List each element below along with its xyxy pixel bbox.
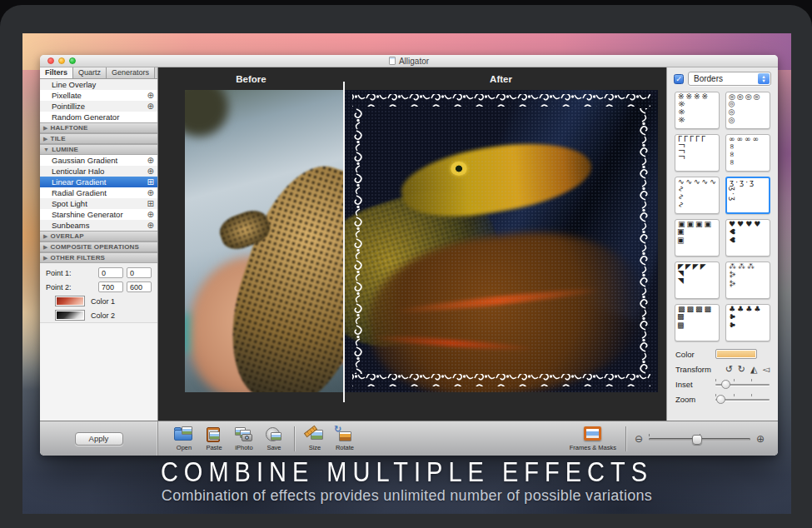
filter-row-gaussian-gradient[interactable]: Gaussian Gradient⊕ bbox=[40, 155, 157, 166]
border-thumb-leafy-vine[interactable]: ♣♣♣♣♣♣ bbox=[725, 304, 770, 341]
bottom-toolbar: Apply Open Paste iPhoto Save bbox=[40, 421, 778, 456]
caption-subtitle: Combination of effects provides unlimite… bbox=[22, 487, 791, 505]
point1-y-input[interactable] bbox=[127, 267, 152, 278]
rotate-right-icon[interactable]: ↻ bbox=[738, 364, 745, 375]
filter-row-sunbeams[interactable]: Sunbeams⊕ bbox=[40, 220, 157, 231]
tab-generators[interactable]: Generators bbox=[107, 67, 155, 78]
canvas-zoom-slider[interactable] bbox=[649, 433, 750, 445]
position-icon[interactable]: ⊕ bbox=[147, 222, 154, 230]
before-image bbox=[185, 90, 344, 392]
borders-dropdown[interactable]: Borders ▲▼ bbox=[688, 72, 771, 86]
group-halftone[interactable]: ▶HALFTONE bbox=[40, 122, 157, 133]
position-icon[interactable]: ⊕ bbox=[147, 92, 154, 100]
point2-y-input[interactable] bbox=[127, 281, 152, 292]
tab-quartz[interactable]: Quartz bbox=[73, 67, 107, 78]
group-composite-operations[interactable]: ▶COMPOSITE OPERATIONS bbox=[40, 242, 157, 252]
border-thumb-floral-corner[interactable]: ※※※※※※※ bbox=[675, 92, 720, 129]
position-icon[interactable]: ⊞ bbox=[147, 178, 154, 187]
border-thumb-greek-key[interactable]: ΓΓΓΓΓΓΓΓ bbox=[675, 134, 720, 172]
filter-row-random-generator[interactable]: Random Generator bbox=[40, 112, 157, 122]
paste-button[interactable]: Paste bbox=[200, 426, 228, 451]
position-icon[interactable]: ⊕ bbox=[147, 211, 154, 219]
point2-x-input[interactable] bbox=[98, 281, 123, 292]
filter-row-radial-gradient[interactable]: Radial Gradient⊕ bbox=[40, 187, 157, 198]
desktop-wallpaper: Alligator Filters Quartz Generators Line… bbox=[22, 33, 791, 514]
zoom-out-icon[interactable]: ⊖ bbox=[635, 433, 643, 445]
border-thumb-brush-strokes[interactable]: ◤◤◤◤◤◤ bbox=[675, 262, 720, 299]
open-button[interactable]: Open bbox=[170, 426, 198, 451]
position-icon[interactable]: ⊕ bbox=[147, 167, 154, 176]
border-thumb-hearts[interactable]: ♥♥♥♥♥♥ bbox=[725, 219, 770, 257]
tab-filters[interactable]: Filters bbox=[40, 67, 73, 78]
toolbar-divider bbox=[294, 426, 295, 451]
apply-button[interactable]: Apply bbox=[75, 432, 123, 446]
group-tile[interactable]: ▶TILE bbox=[40, 133, 157, 144]
after-label: After bbox=[344, 74, 658, 84]
rotate-left-icon[interactable]: ↺ bbox=[725, 364, 733, 375]
window-title-wrap: Alligator bbox=[40, 57, 778, 66]
flip-vertical-icon[interactable]: ◅ bbox=[763, 364, 770, 375]
borders-enabled-checkbox[interactable]: ✓ bbox=[674, 74, 684, 84]
disclosure-triangle-icon[interactable]: ▼ bbox=[43, 147, 49, 152]
color1-label: Color 1 bbox=[91, 297, 115, 306]
color1-swatch[interactable] bbox=[55, 296, 85, 306]
disclosure-triangle-icon[interactable]: ▶ bbox=[43, 244, 48, 251]
color-label: Color bbox=[675, 350, 715, 359]
border-thumb-lattice[interactable]: ▩▩▩▩▩▩ bbox=[675, 304, 720, 341]
point2-label: Point 2: bbox=[46, 283, 95, 291]
border-thumb-checker-circles[interactable]: ▣▣▣▣▣▣ bbox=[675, 219, 720, 257]
border-thumb-swirl-corner[interactable]: ◎◎◎◎◎◎◎ bbox=[725, 92, 770, 129]
position-icon[interactable]: ⊞ bbox=[147, 200, 154, 208]
iphoto-button[interactable]: iPhoto bbox=[230, 426, 258, 451]
group-lumine[interactable]: ▼LUMINE bbox=[40, 144, 157, 155]
border-controls: Color Transform ↺ ↻ ◭ ◅ bbox=[667, 345, 778, 408]
zoom-slider[interactable] bbox=[715, 394, 770, 404]
zoom-in-icon[interactable]: ⊕ bbox=[756, 433, 765, 445]
frames-masks-icon bbox=[582, 426, 604, 443]
before-after-divider[interactable] bbox=[343, 82, 345, 402]
rotate-button[interactable]: ↻ Rotate bbox=[331, 426, 359, 451]
flip-horizontal-icon[interactable]: ◭ bbox=[750, 364, 757, 375]
border-thumb-ornate-floral[interactable]: ⁂⁂⁂⁂⁂ bbox=[725, 262, 770, 299]
size-ruler-icon bbox=[304, 426, 326, 443]
filter-row-starshine-generator[interactable]: Starshine Generator⊕ bbox=[40, 209, 157, 220]
border-thumb-swirl-frame-selected[interactable]: ʒ·ʒ·ʒʒ·ʒ bbox=[725, 177, 770, 214]
color2-swatch[interactable] bbox=[55, 310, 85, 321]
save-disc-icon bbox=[263, 426, 285, 443]
transform-label: Transform bbox=[675, 365, 715, 374]
title-bar[interactable]: Alligator bbox=[40, 55, 778, 67]
filter-row-linear-gradient-selected[interactable]: Linear Gradient⊞ bbox=[40, 177, 157, 187]
border-thumb-wavy[interactable]: ∿∿∿∿∿∿∿∿ bbox=[675, 177, 720, 214]
point1-x-input[interactable] bbox=[98, 267, 123, 278]
disclosure-triangle-icon[interactable]: ▶ bbox=[43, 136, 48, 142]
window-title: Alligator bbox=[399, 57, 429, 66]
group-overlap[interactable]: ▶OVERLAP bbox=[40, 231, 157, 242]
point1-row: Point 1: bbox=[40, 266, 157, 280]
disclosure-triangle-icon[interactable]: ▶ bbox=[43, 233, 48, 240]
filter-row-line-overlay[interactable]: Line Overlay bbox=[40, 79, 157, 90]
filter-row-lenticular-halo[interactable]: Lenticular Halo⊕ bbox=[40, 166, 157, 177]
disclosure-triangle-icon[interactable]: ▶ bbox=[43, 125, 48, 132]
position-icon[interactable]: ⊕ bbox=[147, 157, 154, 165]
size-button[interactable]: Size bbox=[301, 426, 329, 451]
color-control-row: Color bbox=[667, 346, 778, 361]
zoom-slider-knob[interactable] bbox=[692, 435, 702, 445]
border-thumb-chain[interactable]: ∞∞∞∞∞∞∞ bbox=[725, 134, 770, 172]
position-icon[interactable]: ⊕ bbox=[147, 189, 154, 197]
disclosure-triangle-icon[interactable]: ▶ bbox=[43, 255, 48, 262]
dropdown-stepper-icon[interactable]: ▲▼ bbox=[758, 73, 770, 84]
color2-row: Color 2 bbox=[40, 308, 157, 322]
after-image bbox=[344, 90, 658, 392]
save-button[interactable]: Save bbox=[260, 426, 288, 451]
inset-slider[interactable] bbox=[715, 379, 770, 389]
iphoto-icon bbox=[233, 426, 255, 443]
swirl-border-overlay bbox=[344, 90, 658, 392]
position-icon[interactable]: ⊕ bbox=[147, 102, 154, 111]
border-color-swatch[interactable] bbox=[715, 349, 757, 359]
group-other-filters[interactable]: ▶OTHER FILTERS bbox=[40, 252, 157, 263]
filter-row-spot-light[interactable]: Spot Light⊞ bbox=[40, 198, 157, 209]
toolbar-divider bbox=[625, 426, 626, 451]
filter-row-pointillize[interactable]: Pointillize⊕ bbox=[40, 101, 157, 112]
filter-row-pixellate[interactable]: Pixellate⊕ bbox=[40, 90, 157, 101]
frames-masks-button[interactable]: Frames & Masks bbox=[566, 426, 620, 451]
